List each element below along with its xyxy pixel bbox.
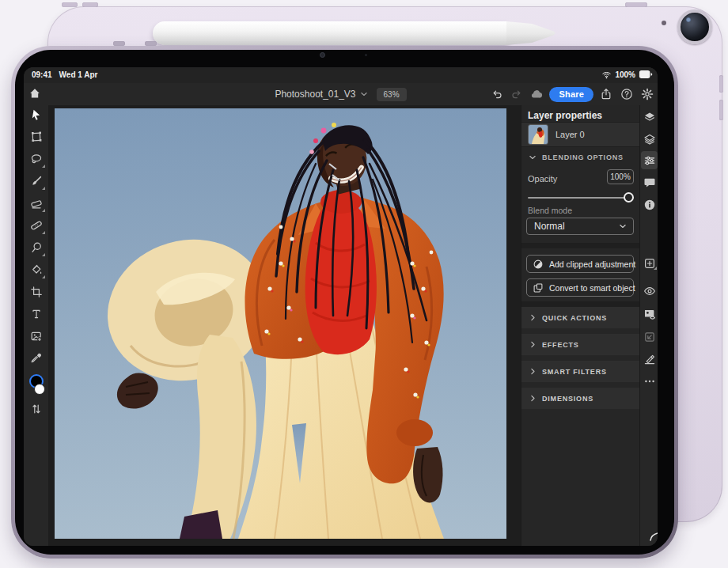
zoom-level-chip[interactable]: 63% <box>377 88 407 101</box>
tool-crop[interactable] <box>24 282 48 305</box>
help-icon[interactable] <box>620 87 634 101</box>
tool-eraser[interactable] <box>24 194 48 216</box>
visibility-eye-icon[interactable] <box>643 284 656 297</box>
rear-top-button <box>625 2 647 7</box>
apple-pencil <box>153 21 555 45</box>
eraser-icon <box>30 197 43 213</box>
healing-icon <box>30 219 43 235</box>
layer-mask-icon[interactable] <box>643 307 656 320</box>
eyedropper-icon <box>30 352 43 368</box>
tool-type[interactable] <box>24 305 48 327</box>
rear-camera-lens <box>677 9 712 44</box>
opacity-value[interactable]: 100% <box>607 169 634 184</box>
chevron-right-icon <box>529 313 537 322</box>
more-options-icon[interactable] <box>643 374 656 388</box>
brush-icon <box>30 175 43 191</box>
properties-icon[interactable] <box>643 153 656 167</box>
rear-volume-button <box>82 2 98 7</box>
wifi-icon <box>601 70 612 79</box>
taskbar-strip <box>639 105 658 546</box>
layer-thumbnail <box>528 124 548 145</box>
slider-knob[interactable] <box>624 192 634 203</box>
opacity-label: Opacity <box>528 174 557 184</box>
opacity-slider[interactable] <box>528 192 634 203</box>
status-date: Wed 1 Apr <box>59 70 98 79</box>
blend-mode-select[interactable]: Normal <box>526 218 634 235</box>
tool-eyedropper[interactable] <box>24 349 48 371</box>
redo-icon[interactable] <box>510 87 524 101</box>
lasso-icon <box>30 153 43 169</box>
section-label: EFFECTS <box>542 341 579 349</box>
layer-properties-panel: Layer properties Layer 0 BLENDING OPTION… <box>521 105 640 546</box>
tool-transform[interactable] <box>24 127 48 150</box>
panel-divider <box>521 301 640 307</box>
battery-percent: 100% <box>615 70 635 79</box>
document-title: Photoshoot_01_V3 <box>275 89 355 100</box>
type-icon <box>30 308 43 324</box>
convert-to-smart-object-button[interactable]: Convert to smart object <box>526 278 634 297</box>
front-volume-button <box>145 41 157 46</box>
add-clipped-adjustment-button[interactable]: Add clipped adjustment <box>526 255 634 273</box>
tool-magnify[interactable] <box>24 238 48 260</box>
rear-volume-button <box>62 2 78 7</box>
tool-brush[interactable] <box>24 172 48 194</box>
blending-options-header[interactable]: BLENDING OPTIONS <box>528 153 624 162</box>
layer-filter-icon[interactable] <box>643 132 656 146</box>
front-sensor-dot <box>365 54 367 56</box>
background-color-swatch[interactable] <box>34 384 45 395</box>
canvas-pasteboard[interactable] <box>48 105 521 546</box>
photoshop-app-screen: 09:41 Wed 1 Apr 100% Photoshoot_01_V3 63… <box>24 67 658 546</box>
chevron-down-icon <box>359 89 369 99</box>
place-photo-icon <box>30 330 43 346</box>
apple-pencil-tip <box>506 21 555 45</box>
move-icon <box>30 108 43 124</box>
document-title-menu[interactable]: Photoshoot_01_V3 <box>275 89 368 100</box>
canvas-photo[interactable] <box>55 108 506 539</box>
fill-icon <box>30 263 43 279</box>
info-icon[interactable] <box>643 198 656 211</box>
clip-layer-icon[interactable] <box>643 330 656 343</box>
tool-place-photo[interactable] <box>24 327 48 349</box>
button-label: Convert to smart object <box>549 283 635 293</box>
chevron-down-icon <box>528 153 537 162</box>
chevron-right-icon <box>529 367 537 376</box>
settings-gear-icon[interactable] <box>640 87 654 101</box>
layer-name: Layer 0 <box>555 130 585 139</box>
ipad-status-bar: 09:41 Wed 1 Apr 100% <box>24 67 658 83</box>
export-icon[interactable] <box>599 87 613 101</box>
magnify-icon <box>30 241 43 257</box>
corner-curl-icon <box>650 531 658 540</box>
chevron-right-icon <box>529 340 537 349</box>
smart-object-icon <box>533 282 544 293</box>
cloud-sync-icon[interactable] <box>529 87 544 101</box>
button-label: Add clipped adjustment <box>549 259 635 269</box>
tool-healing[interactable] <box>24 216 48 238</box>
section-effects[interactable]: EFFECTS <box>521 334 640 355</box>
section-quick-actions[interactable]: QUICK ACTIONS <box>521 307 640 328</box>
section-label: QUICK ACTIONS <box>542 314 607 322</box>
front-volume-button <box>113 41 125 46</box>
layer-row[interactable]: Layer 0 <box>521 122 640 147</box>
tool-fill[interactable] <box>24 260 48 282</box>
blend-mode-value: Normal <box>534 221 618 232</box>
rear-side-button <box>719 75 723 93</box>
layers-icon[interactable] <box>643 110 656 123</box>
rear-mic-dot <box>662 21 666 25</box>
section-label: SMART FILTERS <box>542 368 607 376</box>
slider-track <box>528 197 634 199</box>
share-button[interactable]: Share <box>549 87 593 102</box>
color-swatches[interactable] <box>24 373 48 399</box>
tool-move[interactable] <box>24 105 48 127</box>
battery-icon <box>639 70 653 79</box>
section-dimensions[interactable]: DIMENSIONS <box>521 388 640 409</box>
flatten-icon[interactable] <box>643 352 656 365</box>
undo-icon[interactable] <box>490 87 504 101</box>
section-smart-filters[interactable]: SMART FILTERS <box>521 361 640 382</box>
tool-swap-vertical[interactable] <box>24 399 48 422</box>
comments-icon[interactable] <box>643 176 656 189</box>
tool-lasso[interactable] <box>24 150 48 172</box>
transform-icon <box>30 131 43 146</box>
add-layer-icon[interactable] <box>643 256 656 270</box>
status-time: 09:41 <box>32 70 52 79</box>
crop-icon <box>30 286 43 301</box>
